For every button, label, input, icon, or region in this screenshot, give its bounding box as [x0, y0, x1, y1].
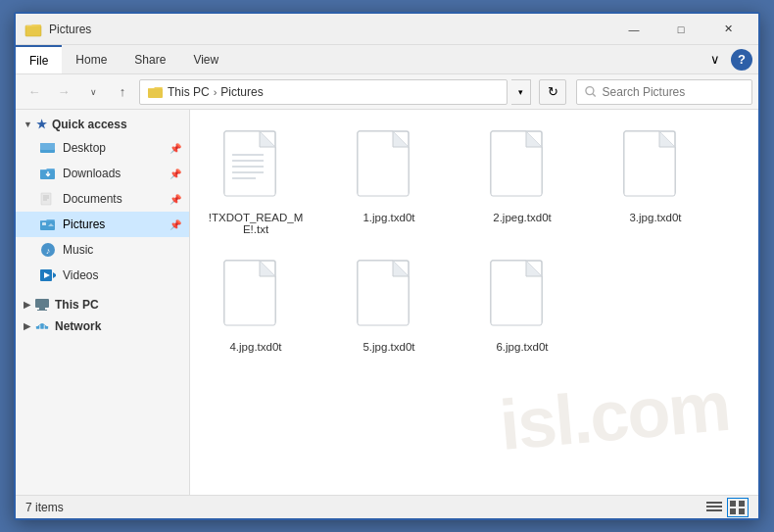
file-icon-0	[220, 129, 291, 208]
svg-rect-0	[25, 25, 41, 36]
ribbon-collapse-button[interactable]: ∨	[703, 48, 727, 72]
menu-tab-home[interactable]: Home	[62, 45, 121, 73]
svg-rect-23	[45, 326, 49, 329]
menu-tab-share[interactable]: Share	[121, 45, 179, 73]
downloads-pin-icon: 📌	[169, 169, 181, 179]
address-bar[interactable]: This PC › Pictures	[139, 79, 508, 105]
forward-button[interactable]: →	[51, 79, 76, 105]
status-bar: 7 items	[16, 495, 758, 518]
svg-marker-16	[53, 272, 56, 278]
file-label-4: 4.jpg.txd0t	[229, 341, 281, 353]
svg-rect-20	[37, 310, 47, 311]
file-item-6[interactable]: 6.jpg.txd0t	[468, 251, 576, 361]
desktop-pin-icon: 📌	[169, 143, 181, 154]
search-input[interactable]	[603, 85, 744, 99]
svg-rect-38	[706, 502, 722, 504]
svg-rect-42	[739, 501, 745, 507]
svg-rect-40	[706, 509, 722, 511]
file-explorer-window: Pictures — □ ✕ File Home Share View ∨ ? …	[14, 12, 760, 520]
file-item-2[interactable]: 2.jpeg.txd0t	[468, 121, 576, 243]
address-path-thispc: This PC	[168, 85, 210, 99]
file-icon-6	[487, 259, 557, 337]
file-item-1[interactable]: 1.jpg.txd0t	[335, 121, 443, 243]
file-item-5[interactable]: 5.jpg.txd0t	[335, 251, 443, 361]
file-label-3: 3.jpg.txd0t	[629, 212, 681, 223]
file-label-1: 1.jpg.txd0t	[363, 212, 414, 223]
sidebar-item-pictures[interactable]: Pictures 📌	[16, 212, 189, 237]
sidebar-network[interactable]: ▶ Network	[16, 315, 189, 337]
list-view-button[interactable]	[703, 498, 725, 517]
window-icon	[24, 20, 43, 39]
svg-rect-5	[40, 143, 55, 150]
pictures-pin-icon: 📌	[169, 219, 181, 230]
file-icon-2	[487, 129, 557, 208]
svg-line-3	[593, 94, 596, 97]
item-count: 7 items	[25, 501, 64, 514]
quick-access-star-icon: ★	[36, 118, 47, 131]
file-item-3[interactable]: 3.jpg.txd0t	[602, 121, 709, 243]
file-item-4[interactable]: 4.jpg.txd0t	[202, 251, 310, 361]
file-grid-area: isl.com	[190, 110, 758, 495]
file-grid: !TXDOT_READ_ME!.txt 1.jpg.txd0t	[202, 121, 747, 361]
svg-rect-43	[730, 508, 736, 514]
network-label: Network	[55, 319, 101, 333]
svg-rect-1	[148, 88, 163, 98]
svg-rect-21	[36, 326, 40, 329]
file-icon-4	[220, 259, 291, 337]
videos-icon	[39, 266, 57, 284]
desktop-icon	[39, 139, 57, 157]
file-label-5: 5.jpg.txd0t	[363, 341, 414, 353]
help-button[interactable]: ?	[731, 49, 752, 71]
refresh-button[interactable]: ↻	[539, 79, 566, 105]
quick-access-expand-icon: ▼	[24, 120, 32, 129]
path-separator-1: ›	[214, 86, 218, 98]
file-label-6: 6.jpg.txd0t	[496, 341, 548, 353]
up-button[interactable]: ↑	[110, 79, 135, 105]
file-item-0[interactable]: !TXDOT_READ_ME!.txt	[202, 121, 310, 243]
documents-icon	[39, 190, 57, 208]
menu-tab-view[interactable]: View	[179, 45, 232, 73]
sidebar-item-desktop[interactable]: Desktop 📌	[16, 135, 189, 161]
music-icon: ♪	[39, 241, 57, 259]
svg-rect-39	[706, 506, 722, 508]
documents-pin-icon: 📌	[169, 194, 181, 205]
view-controls	[703, 498, 749, 517]
svg-rect-19	[39, 308, 45, 310]
thispc-label: This PC	[55, 298, 99, 312]
address-path-pictures: Pictures	[220, 85, 263, 99]
large-icons-view-button[interactable]	[727, 498, 749, 517]
main-area: ▼ ★ Quick access Desktop 📌	[16, 110, 758, 495]
svg-point-2	[586, 87, 594, 95]
svg-rect-12	[42, 222, 46, 225]
minimize-button[interactable]: —	[611, 15, 656, 44]
svg-text:♪: ♪	[46, 246, 51, 256]
recent-locations-button[interactable]: ∨	[80, 79, 106, 105]
svg-rect-44	[739, 508, 745, 514]
sidebar-item-videos[interactable]: Videos	[16, 263, 189, 288]
sidebar-item-documents[interactable]: Documents 📌	[16, 186, 189, 212]
file-icon-3	[620, 129, 691, 208]
file-icon-1	[354, 129, 424, 208]
thispc-expand-icon: ▶	[24, 300, 30, 310]
title-bar: Pictures — □ ✕	[16, 14, 758, 45]
close-button[interactable]: ✕	[705, 15, 750, 44]
file-label-0: !TXDOT_READ_ME!.txt	[207, 212, 305, 235]
maximize-button[interactable]: □	[658, 15, 703, 44]
sidebar-documents-label: Documents	[63, 192, 166, 206]
sidebar-item-music[interactable]: ♪ Music	[16, 237, 189, 263]
network-expand-icon: ▶	[24, 321, 30, 331]
sidebar-desktop-label: Desktop	[63, 141, 166, 155]
menu-bar-right: ∨ ?	[703, 45, 758, 73]
address-dropdown-button[interactable]: ▾	[511, 79, 531, 105]
window-controls: — □ ✕	[611, 15, 750, 44]
back-button[interactable]: ←	[22, 79, 47, 105]
sidebar-section-quick-access[interactable]: ▼ ★ Quick access	[16, 114, 189, 135]
file-icon-5	[354, 259, 424, 337]
sidebar-item-downloads[interactable]: Downloads 📌	[16, 161, 189, 186]
menu-tab-file[interactable]: File	[16, 45, 62, 73]
window-title: Pictures	[49, 23, 611, 36]
svg-rect-18	[35, 299, 49, 308]
sidebar-this-pc[interactable]: ▶ This PC	[16, 294, 189, 315]
search-icon	[585, 85, 597, 98]
search-box[interactable]	[576, 79, 752, 105]
